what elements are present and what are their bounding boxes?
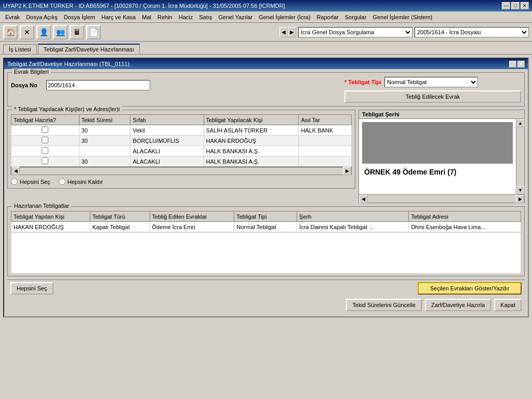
secilen-evraklar-button[interactable]: Seçilen Evrakları Göster/Yazdır (418, 282, 522, 295)
persons-checkbox-1[interactable] (42, 137, 48, 143)
menu-satis[interactable]: Satış (196, 13, 215, 21)
sherh-scroll-up[interactable]: ▲ (516, 119, 525, 127)
hscroll-track (21, 168, 342, 174)
col-tekid: Tekid Süresi (79, 115, 130, 125)
evrak-bilgileri-section: Evrak Bilgileri Dosya No * Tebligat Tipi… (7, 72, 525, 107)
toolbar-right: ◀ ▶ İcra Genel Dosya Sorgulama 2005/1614… (280, 27, 529, 37)
menu-haciz[interactable]: Haciz (176, 13, 196, 21)
nav-right-arrow[interactable]: ▶ (288, 27, 296, 37)
col-asil: Asıl Tar (299, 115, 352, 125)
hz-kisi-0: HAKAN ERDOĞUŞ (11, 222, 90, 232)
persons-asil-3 (299, 156, 352, 167)
persons-sifat-0: Vekil (130, 125, 204, 136)
kapat-button[interactable]: Kapat (494, 299, 522, 311)
hz-col-tipi: Tebligat Tipi (234, 211, 297, 222)
persons-kisi-2: HALK BANKASI A.Ş. (204, 146, 299, 156)
persons-section: * Tebligat Yapılacak Kişi(ler) ve Adres(… (7, 110, 355, 203)
persons-kisi-1: HAKAN ERDOĞUŞ (204, 136, 299, 146)
maximize-button[interactable]: □ (511, 2, 520, 9)
inner-window-title: Tebligat Zarf/Davetiye Hazırlanması (TBL… (4, 59, 528, 69)
menu-sorgular[interactable]: Sorgular (342, 13, 370, 21)
inner-window: Tebligat Zarf/Davetiye Hazırlanması (TBL… (3, 58, 529, 317)
persons-table-row: 30 Vekil SALİH ASLAN TÜRKER HALK BANK (11, 125, 352, 136)
menu-rehin[interactable]: Rehin (154, 13, 176, 21)
hepsini-sec-radio[interactable]: Hepsini Seç (11, 178, 50, 185)
title-bar-buttons: — □ ✕ (502, 2, 529, 9)
persons-tekid-1: 30 (79, 136, 130, 146)
tab-tebligat-zarf[interactable]: Tebligat Zarf/Davetiye Hazırlanması (38, 44, 140, 54)
hscroll-right[interactable]: ▶ (343, 167, 351, 175)
persons-checkbox-2[interactable] (42, 147, 48, 154)
tab-is-listesi[interactable]: İş Listesi (3, 44, 37, 54)
hz-adres-0: Dhmi Esenboğa Hava Lima... (409, 222, 521, 232)
menu-genel-islemler-icra[interactable]: Genel İşlemler (İcra) (256, 13, 314, 21)
persons-table-row: 30 BORÇLU/MÜFLİS HAKAN ERDOĞUŞ (11, 136, 352, 146)
sherh-scroll-down[interactable]: ▼ (516, 186, 525, 194)
doc-button[interactable]: 📄 (86, 25, 101, 39)
persons-checkbox-3[interactable] (42, 157, 48, 164)
sherh-bottom-scroll: ◀ ▶ (359, 194, 524, 203)
persons-sifat-2: ALACAKLI (130, 146, 204, 156)
sherh-scrollbar: ▲ ▼ (516, 119, 524, 194)
inner-window-body: Evrak Bilgileri Dosya No * Tebligat Tipi… (4, 69, 528, 316)
menu-mal[interactable]: Mal (139, 13, 154, 21)
tebligat-tipi-select[interactable]: Normal Tebligat (384, 77, 478, 87)
persons-tekid-0: 30 (79, 125, 130, 136)
hz-evraklar-0: Ödeme İcra Emri (150, 222, 234, 232)
home-button[interactable]: 🏠 (3, 25, 18, 39)
close-toolbar-button[interactable]: ✕ (20, 25, 34, 39)
tekid-sureleri-button[interactable]: Tekid Sürelerini Güncelle (346, 299, 422, 311)
radio-group: Hepsini Seç Hepsini Kaldır (11, 178, 352, 185)
menu-dosya-acilis[interactable]: Dosya Açılış (23, 13, 61, 21)
middle-section: * Tebligat Yapılacak Kişi(ler) ve Adres(… (7, 110, 525, 203)
persons-sifat-3: ALACAKLI (130, 156, 204, 167)
dosya-no-input[interactable] (46, 80, 150, 90)
persons-asil-0: HALK BANK (299, 125, 352, 136)
menu-evrak[interactable]: Evrak (2, 13, 23, 21)
nav-left-arrow[interactable]: ◀ (280, 27, 288, 37)
sherh-title: Tebligat Şerhi (359, 110, 524, 119)
persons-table: Tebligat Hazırla? Tekid Süresi Sıfatı Te… (11, 114, 352, 167)
persons-kisi-3: HALK BANKASI A.Ş. (204, 156, 299, 167)
persons-kisi-0: SALİH ASLAN TÜRKER (204, 125, 299, 136)
close-button[interactable]: ✕ (521, 2, 529, 9)
inner-window-title-text: Tebligat Zarf/Davetiye Hazırlanması (TBL… (7, 61, 129, 67)
sherh-hscroll-right[interactable]: ▶ (516, 195, 524, 203)
hz-tur-0: Kapalı Tebligat (90, 222, 150, 232)
menu-dosya-islem[interactable]: Dosya İşlem (61, 13, 99, 21)
menu-genel-islemler-sistem[interactable]: Genel İşlemler (Sistem) (369, 13, 435, 21)
persons-checkbox-0[interactable] (42, 126, 48, 133)
tabs-area: İş Listesi Tebligat Zarf/Davetiye Hazırl… (0, 42, 532, 55)
dosya-sorgulama-combo[interactable]: İcra Genel Dosya Sorgulama (298, 27, 413, 37)
hz-col-sherh: Şerh (297, 211, 409, 222)
users-button[interactable]: 👥 (53, 25, 68, 39)
inner-close-button[interactable]: ✕ (517, 61, 525, 68)
sherh-hscroll-left[interactable]: ◀ (359, 195, 367, 203)
persons-asil-1 (299, 136, 352, 146)
hscroll-left[interactable]: ◀ (11, 167, 20, 175)
minimize-button[interactable]: — (502, 2, 510, 9)
user-button[interactable]: 👤 (36, 25, 51, 39)
persons-hscroll[interactable]: ◀ ▶ (11, 167, 352, 175)
menu-harc-kasa[interactable]: Harç ve Kasa (98, 13, 139, 21)
menu-raporlar[interactable]: Raporlar (314, 13, 342, 21)
sherh-text: ÖRNEK 49 Ödeme Emri (7) (362, 166, 513, 178)
inner-restore-button[interactable]: □ (509, 61, 516, 68)
persons-sifat-1: BORÇLU/MÜFLİS (130, 136, 204, 146)
calc-button[interactable]: 🖩 (70, 25, 84, 39)
teblig-edilecek-evrak-button[interactable]: Tebliğ Edilecek Evrak (344, 90, 521, 103)
hz-col-kisi: Tebligat Yapılan Kişi (11, 211, 90, 222)
menu-genel-yazilar[interactable]: Genel Yazılar (215, 13, 256, 21)
dosya-no-row: Dosya No (11, 80, 334, 90)
persons-table-row: ALACAKLI HALK BANKASI A.Ş. (11, 146, 352, 156)
col-sifat: Sıfatı (130, 115, 204, 125)
hazırlanan-table-row: HAKAN ERDOĞUŞ Kapalı Tebligat Ödeme İcra… (11, 222, 521, 232)
persons-table-container: Tebligat Hazırla? Tekid Süresi Sıfatı Te… (11, 114, 352, 167)
hepsini-kaldir-radio[interactable]: Hepsini Kaldır (59, 178, 103, 185)
hz-tipi-0: Normal Tebligat (234, 222, 297, 232)
dosya-no-label: Dosya No (11, 82, 42, 88)
col-hazirla: Tebligat Hazırla? (11, 115, 79, 125)
dosya-combo[interactable]: 2005/1614 - İcra Dosyası (415, 27, 529, 37)
hepsini-sec-button[interactable]: Hepsini Seç (10, 282, 54, 295)
zarf-davetiye-button[interactable]: Zarf/Davetiye Hazırla (425, 299, 491, 311)
